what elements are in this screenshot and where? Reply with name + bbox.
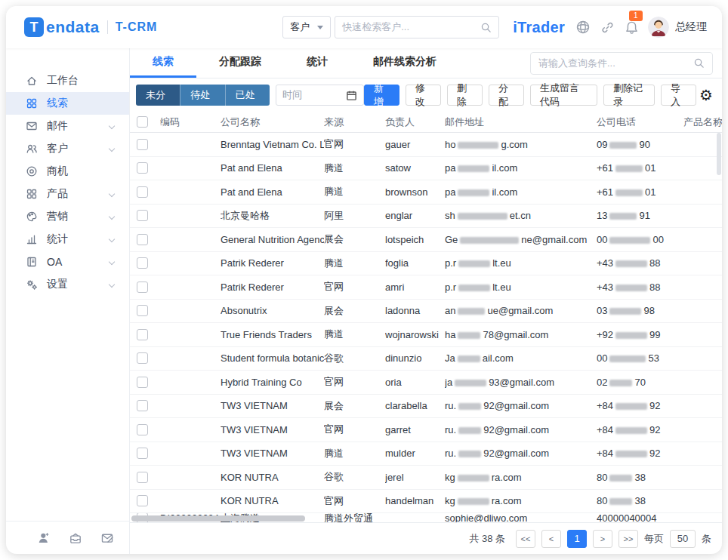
column-header-3: 负责人 [385,115,445,129]
sidebar-item-opportunity[interactable]: 商机 [6,160,129,183]
vertical-scrollbar[interactable] [717,133,721,175]
redacted-text [615,165,643,172]
table-row[interactable]: Brenntag Vietnam Co. LTD官网gauerhog.com09… [130,133,722,157]
date-filter-input[interactable]: 时间 [276,85,364,106]
compose-mail-icon[interactable] [100,531,114,545]
contact-add-icon[interactable] [37,531,51,545]
cell-source: 展会 [324,399,385,413]
row-checkbox[interactable] [137,400,148,411]
page-prev-button[interactable]: < [541,530,561,548]
table-row[interactable]: Student formula botanica谷歌dinunzioJaail.… [130,347,722,371]
table-row[interactable]: Patrik Rederer腾道fogliap.rlt.eu+4388 [130,252,722,276]
page-last-button[interactable]: >> [618,530,638,548]
quick-search-input[interactable]: 快速检索客户... [335,16,499,38]
tab-mail-analysis[interactable]: 邮件线索分析 [350,48,459,78]
per-page-select[interactable]: 50 [670,530,696,548]
table-row[interactable]: KOR NUTRA谷歌jerelkgra.com8038 [130,466,722,490]
gen-message-code-button[interactable]: 生成留言代码 [530,85,597,106]
scope-select[interactable]: 客户 [282,16,331,38]
chevron-down-icon [109,146,115,152]
table-row[interactable]: Pat and Elena腾道brownsonpail.com+6101 [130,180,722,205]
table-row[interactable]: KOR NUTRA官网handelmankgra.com8038 [130,490,722,514]
cell-phone: +8492 [597,448,683,459]
row-checkbox[interactable] [137,257,148,269]
user-role[interactable]: 总经理 [675,20,707,34]
tab-stats[interactable]: 统计 [284,48,350,78]
table-row[interactable]: General Nutrition Agency ...展会lotspeichG… [130,228,722,252]
customers-icon [26,143,38,155]
filter-pending-button[interactable]: 待处理 [180,85,224,106]
import-button[interactable]: 导入 [661,85,696,106]
filter-processed-button[interactable]: 已处理 [225,85,270,106]
tab-clues[interactable]: 线索 [130,48,196,78]
cell-source: 谷歌 [324,470,385,484]
table-row[interactable]: Patrik Rederer官网amrip.rlt.eu+4388 [130,275,722,300]
sidebar-item-settings[interactable]: 设置 [6,273,129,296]
sidebar-item-label: 产品 [47,187,68,201]
row-checkbox[interactable] [137,305,148,316]
sidebar-item-label: 营销 [47,210,68,223]
sidebar-item-stats[interactable]: 统计 [6,228,129,251]
add-button[interactable]: 新增 [364,85,399,106]
redacted-text [460,237,519,244]
cell-company: Hybrid Training Co [221,377,324,388]
tab-assign-track[interactable]: 分配跟踪 [196,48,284,78]
sidebar-item-products[interactable]: 产品 [6,183,129,205]
row-checkbox[interactable] [137,210,148,221]
sidebar-item-clues[interactable]: 线索 [6,92,129,115]
row-checkbox[interactable] [137,162,148,174]
table-row[interactable]: Hybrid Training Co官网oriaja93@gmail.com02… [130,371,722,395]
row-checkbox[interactable] [137,424,148,435]
assign-button[interactable]: 分配 [489,85,524,106]
table-row[interactable]: 北京曼哈格阿里englarshet.cn1391 [130,205,722,229]
table-row[interactable]: True Friends Traders腾道wojnarowskiha78@gm… [130,323,722,347]
row-checkbox[interactable] [137,329,148,340]
sidebar-item-oa[interactable]: OA [6,251,129,273]
table-row[interactable]: Absonutrix展会ladonnaanue@gmail.com0398 [130,300,722,324]
row-checkbox[interactable] [137,352,148,364]
sphere-icon[interactable] [575,20,591,35]
query-input[interactable]: 请输入查询条件... [530,52,713,75]
row-checkbox[interactable] [137,472,148,483]
row-checkbox[interactable] [137,186,148,198]
logo-divider [107,20,108,34]
horizontal-scrollbar[interactable] [131,515,305,522]
row-checkbox[interactable] [137,495,148,506]
delete-button[interactable]: 删除 [447,85,483,106]
sidebar-item-mail[interactable]: 邮件 [6,115,129,137]
redacted-text [458,142,498,149]
sidebar-item-marketing[interactable]: 营销 [6,205,129,228]
chevron-down-icon [317,26,323,29]
cell-company: Absonutrix [221,305,324,316]
brand-itrader[interactable]: iTrader [513,19,565,36]
page-current-button[interactable]: 1 [567,530,587,548]
inbox-icon[interactable] [69,531,82,545]
row-checkbox[interactable] [137,139,148,150]
sidebar-item-customers[interactable]: 客户 [6,137,129,160]
cell-source: 展会 [324,304,385,318]
edit-button[interactable]: 修改 [406,85,441,106]
page-next-button[interactable]: > [593,530,612,548]
row-checkbox[interactable] [137,377,148,388]
table-settings-gear-button[interactable]: ⚙ [699,88,713,103]
sidebar-item-workbench[interactable]: 工作台 [6,69,129,92]
row-checkbox[interactable] [137,282,148,293]
app-logo[interactable]: T endata [24,17,100,37]
row-checkbox[interactable] [137,448,148,459]
delete-record-button[interactable]: 删除记录 [603,85,655,106]
redacted-text [458,403,481,410]
table-row[interactable]: TW3 VIETNAM腾道mulderru.92@gmail.com+8492 [130,442,722,466]
table-row[interactable]: Pat and Elena腾道satowpail.com+6101 [130,157,722,181]
cell-email: Jaail.com [445,352,597,364]
avatar[interactable] [648,17,669,38]
link-icon[interactable] [601,21,614,34]
pagination-bar: 共 38 条 << < 1 > >> 每页 50 条 [130,522,722,554]
page-first-button[interactable]: << [516,530,535,548]
bell-icon[interactable] [625,20,639,35]
table-row[interactable]: TW3 VIETNAM官网garretru.92@gmail.com+8492 [130,418,722,442]
select-all-checkbox[interactable] [137,116,148,128]
filter-unassigned-button[interactable]: 未分配 [136,85,180,106]
cell-company: General Nutrition Agency ... [221,234,324,245]
row-checkbox[interactable] [137,234,148,245]
table-row[interactable]: TW3 VIETNAM展会clarabellaru.92@gmail.com+8… [130,395,722,419]
